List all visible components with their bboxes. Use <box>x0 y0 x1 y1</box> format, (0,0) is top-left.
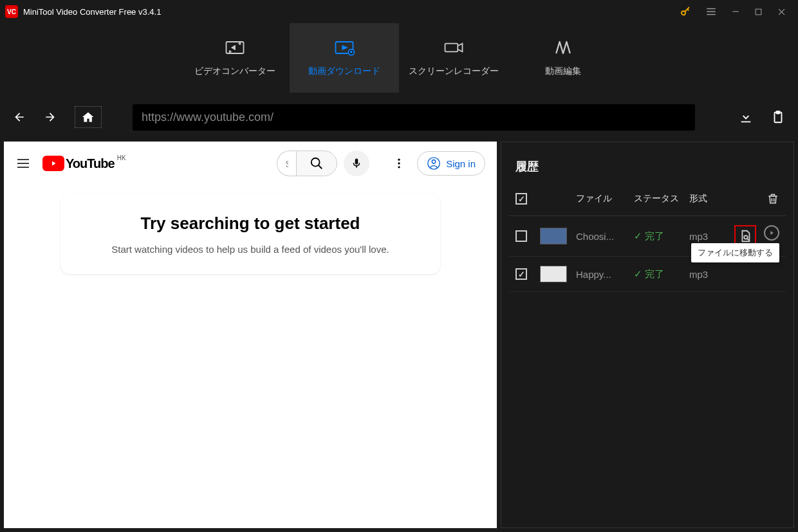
row-checkbox[interactable] <box>515 268 527 280</box>
tab-edit[interactable]: 動画編集 <box>508 23 618 93</box>
svg-point-10 <box>398 162 400 164</box>
forward-button[interactable] <box>44 111 57 124</box>
signin-label: Sign in <box>446 158 476 169</box>
minimize-icon[interactable] <box>731 7 740 16</box>
url-input[interactable] <box>133 104 695 131</box>
file-search-icon <box>738 229 752 243</box>
download-button[interactable] <box>739 110 753 124</box>
history-title: 履歴 <box>509 154 786 187</box>
hamburger-icon[interactable] <box>15 156 31 171</box>
tab-edit-label: 動画編集 <box>545 66 581 77</box>
svg-rect-7 <box>776 111 780 114</box>
close-icon[interactable] <box>777 7 786 17</box>
svg-point-8 <box>311 158 320 167</box>
mic-icon <box>351 158 362 169</box>
download-icon <box>739 110 753 124</box>
youtube-logo[interactable]: YouTube HK <box>42 156 115 171</box>
file-name: Happy... <box>576 269 634 280</box>
youtube-prompt-card: Try searching to get started Start watch… <box>60 194 440 274</box>
maximize-icon[interactable] <box>754 8 763 16</box>
col-format: 形式 <box>689 193 734 205</box>
tab-download-label: 動画ダウンロード <box>308 66 380 77</box>
youtube-play-icon <box>42 156 64 171</box>
tab-recorder-label: スクリーンレコーダー <box>409 66 499 77</box>
tab-converter[interactable]: ビデオコンバーター <box>180 23 290 93</box>
search-icon <box>310 156 324 170</box>
youtube-mic-button[interactable] <box>344 151 369 176</box>
tooltip: ファイルに移動する <box>691 243 779 262</box>
converter-icon <box>223 39 246 57</box>
tab-download[interactable]: 動画ダウンロード <box>290 23 399 93</box>
status-text: ✓ 完了 <box>634 230 689 243</box>
col-file: ファイル <box>576 193 634 205</box>
svg-rect-5 <box>445 44 458 52</box>
file-name: Choosi... <box>576 231 634 242</box>
svg-rect-1 <box>756 9 761 15</box>
app-logo: VC <box>5 5 18 18</box>
youtube-region: HK <box>117 154 126 161</box>
youtube-search-input[interactable] <box>277 151 296 176</box>
recorder-icon <box>442 39 465 57</box>
col-status: ステータス <box>634 193 689 205</box>
arrow-right-icon <box>44 111 57 124</box>
kebab-icon[interactable] <box>393 157 405 170</box>
key-icon[interactable] <box>680 6 691 17</box>
thumbnail <box>540 266 567 282</box>
history-pane: 履歴 ファイル ステータス 形式 Choosi... ✓ 完了 mp3 <box>501 142 794 528</box>
tab-recorder[interactable]: スクリーンレコーダー <box>399 23 508 93</box>
svg-point-0 <box>682 11 685 15</box>
thumbnail <box>540 228 567 244</box>
history-row[interactable]: Choosi... ✓ 完了 mp3 ファイルに移動する <box>509 216 786 257</box>
trash-icon[interactable] <box>766 192 779 205</box>
arrow-left-icon <box>13 111 26 124</box>
youtube-brand-text: YouTube <box>66 156 115 171</box>
row-checkbox[interactable] <box>515 230 527 242</box>
card-title: Try searching to get started <box>73 214 427 234</box>
select-all-checkbox[interactable] <box>515 193 527 205</box>
clipboard-icon <box>771 110 785 124</box>
download-tab-icon <box>333 39 356 57</box>
format-text: mp3 <box>689 269 734 280</box>
back-button[interactable] <box>13 111 26 124</box>
tab-converter-label: ビデオコンバーター <box>194 66 275 77</box>
card-body: Start watching videos to help us build a… <box>73 244 427 255</box>
menu-icon[interactable] <box>705 6 717 17</box>
browser-pane: YouTube HK Sign in <box>4 142 497 528</box>
app-title: MiniTool Video Converter Free v3.4.1 <box>23 7 680 17</box>
svg-point-9 <box>398 159 400 161</box>
person-icon <box>427 156 441 170</box>
home-icon <box>82 111 95 124</box>
play-icon <box>768 230 775 236</box>
clipboard-button[interactable] <box>771 110 785 124</box>
format-text: mp3 <box>689 231 734 242</box>
status-text: ✓ 完了 <box>634 268 689 280</box>
home-button[interactable] <box>75 106 102 128</box>
play-button[interactable] <box>764 225 779 241</box>
svg-point-13 <box>432 160 436 164</box>
svg-point-11 <box>398 166 400 168</box>
edit-icon <box>552 39 575 57</box>
youtube-search-button[interactable] <box>296 151 337 176</box>
youtube-signin-button[interactable]: Sign in <box>417 151 485 176</box>
